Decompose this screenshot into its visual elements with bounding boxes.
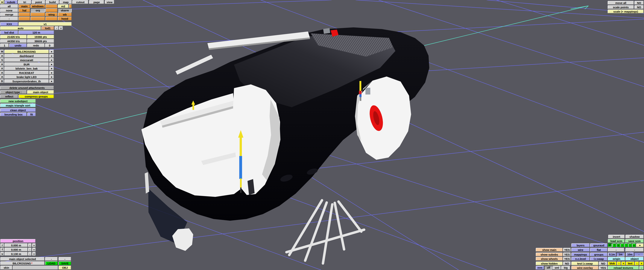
object-visibility-dot[interactable]: ● [49, 67, 54, 70]
tab-map[interactable]: map [60, 0, 72, 4]
viewport-3d[interactable] [0, 0, 644, 270]
filter-main[interactable]: main [18, 4, 30, 8]
reload-textures-button[interactable]: reload textures [608, 266, 639, 270]
layer-dot-toggle[interactable]: ● [636, 243, 644, 247]
position-r-plus[interactable]: + [32, 243, 36, 247]
object-row-name[interactable]: bilstein_ben_bak [4, 67, 49, 70]
xxx-button[interactable]: XXX [0, 22, 18, 26]
position-f-value[interactable]: 0.000 m [4, 248, 28, 251]
text-minus-button[interactable]: - [635, 261, 639, 265]
filter-blank[interactable] [30, 17, 45, 21]
object-row-name[interactable]: BILCROSSNG [4, 50, 49, 53]
layer-toggle-f[interactable]: f [612, 243, 616, 247]
show-hidden-button[interactable]: show hidden [536, 261, 563, 265]
text-button[interactable]: text [626, 261, 634, 265]
grid-1m-button[interactable]: 1m [616, 252, 624, 256]
compress-groups-button[interactable]: compress groups [18, 94, 54, 98]
scale-points-button[interactable]: scale points [608, 5, 634, 9]
object-type-value[interactable]: main object [27, 90, 54, 94]
origin-button[interactable]: origin [608, 257, 625, 261]
bounding-box-button[interactable]: bounding box [0, 112, 27, 116]
reload-minus-button[interactable]: - [639, 266, 644, 270]
lod-auto-button[interactable]: auto [0, 26, 41, 30]
show-wheels-button[interactable]: show wheels [536, 257, 563, 261]
show-subobs-toggle[interactable]: YES [563, 252, 571, 256]
nc-level-button[interactable]: n.c.level [571, 257, 590, 261]
object-type-letter[interactable]: B [0, 79, 4, 83]
object-type-letter[interactable]: A [0, 75, 4, 79]
layer-toggle-t[interactable]: t [628, 243, 632, 247]
filter-blank[interactable] [18, 13, 30, 16]
nrm-big-button[interactable]: big [561, 266, 570, 270]
clean-object-button[interactable]: clean object [0, 108, 36, 112]
show-main-button[interactable]: show main [536, 248, 563, 252]
variant-v1[interactable]: v1 [18, 22, 72, 26]
grid-0.1m-button[interactable]: 0.1m [608, 252, 616, 256]
filter-skarm[interactable]: skarm [58, 9, 72, 12]
load-button[interactable]: LOAD [45, 261, 58, 265]
filter-hood[interactable]: hood [58, 17, 72, 21]
nrm-button[interactable]: nrm [536, 266, 544, 270]
bounding-box-fit-button[interactable]: fit [27, 112, 36, 116]
grid-dash-button[interactable]: - [634, 252, 644, 256]
object-type-letter[interactable]: M [0, 50, 4, 53]
object-visibility-dot[interactable]: ● [49, 79, 54, 83]
object-type-letter[interactable]: A [0, 54, 4, 58]
groups-button[interactable]: groups [590, 252, 608, 256]
wire-overlay-button[interactable]: wire overlay [571, 266, 598, 270]
scale-points-toggle[interactable]: NO [634, 5, 644, 9]
filter-blank[interactable] [46, 4, 58, 8]
new-subobject-button[interactable]: new subobject [0, 99, 36, 103]
show-hidden-toggle[interactable]: NO [563, 261, 571, 265]
reflect-button[interactable]: reflect [0, 94, 18, 98]
lod-current[interactable]: lod1 [41, 26, 54, 30]
magic-triangle-sort-button[interactable]: magic triangle sort [0, 103, 36, 107]
object-row-name[interactable]: BUR [4, 62, 49, 66]
position-f-plus[interactable]: + [32, 248, 36, 251]
object-row-name[interactable]: dashboard [4, 54, 49, 58]
flat-button[interactable]: flat [590, 248, 608, 252]
save-button[interactable]: SAVE [58, 261, 71, 265]
object-button[interactable]: object [626, 257, 644, 261]
filter-blank[interactable] [69, 4, 72, 8]
tab-h[interactable]: H [0, 0, 4, 4]
move-all-button[interactable]: move all [608, 1, 634, 5]
gouraud-button[interactable]: gouraud [590, 243, 608, 247]
object-type-letter[interactable]: A [0, 67, 4, 70]
wire-button[interactable]: wire [571, 248, 590, 252]
obj-export-button[interactable]: OBJ [58, 266, 71, 270]
layer-toggle-b[interactable]: b [616, 243, 620, 247]
filter-wb[interactable]: wb [58, 13, 72, 16]
lod-minus-button[interactable]: - [55, 26, 58, 30]
dash-button[interactable]: - [0, 17, 18, 21]
undo-button[interactable]: undo [9, 44, 27, 47]
lod-dist-value[interactable]: 120 m [18, 31, 54, 34]
delete-unused-attachments-button[interactable]: delete unused attachments [0, 86, 54, 90]
object-visibility-dot[interactable]: ● [49, 58, 54, 62]
select-all-button[interactable]: all [0, 4, 18, 8]
position-u-minus[interactable]: - [28, 252, 32, 256]
tab-tri[interactable]: tri [18, 0, 32, 4]
mappings-button[interactable]: mappings [571, 252, 590, 256]
nrm-off-button[interactable]: off [544, 266, 552, 270]
position-u-plus[interactable]: + [32, 252, 36, 256]
show-wheels-toggle[interactable]: YES [563, 257, 571, 261]
blob-minus-button[interactable]: - [617, 261, 621, 265]
position-r-minus[interactable]: - [28, 243, 32, 247]
filter-m2[interactable]: m2 [58, 4, 68, 8]
layer-toggle-l[interactable]: l [624, 243, 628, 247]
object-row-name[interactable]: Suspensionbrakes_th [4, 79, 49, 83]
layer-toggle-u[interactable]: u [632, 243, 636, 247]
show-main-toggle[interactable]: YES [563, 248, 571, 252]
text-plus-button[interactable]: + [639, 261, 644, 265]
filter-hal[interactable]: hal [18, 9, 30, 12]
nrm-sml-button[interactable]: sml [553, 266, 561, 270]
filter-blank[interactable] [46, 17, 58, 21]
current-object-name[interactable]: BILCROSSNG* [0, 261, 44, 265]
lod-plus-button[interactable]: + [59, 26, 63, 30]
object-type-letter[interactable]: S [0, 58, 4, 62]
object-visibility-dot[interactable]: ● [49, 71, 54, 75]
position-u-value[interactable]: 0.130 m [4, 252, 28, 256]
object-row-name[interactable]: moccaratt [4, 58, 49, 62]
shadow-button[interactable]: shadow [626, 235, 644, 238]
